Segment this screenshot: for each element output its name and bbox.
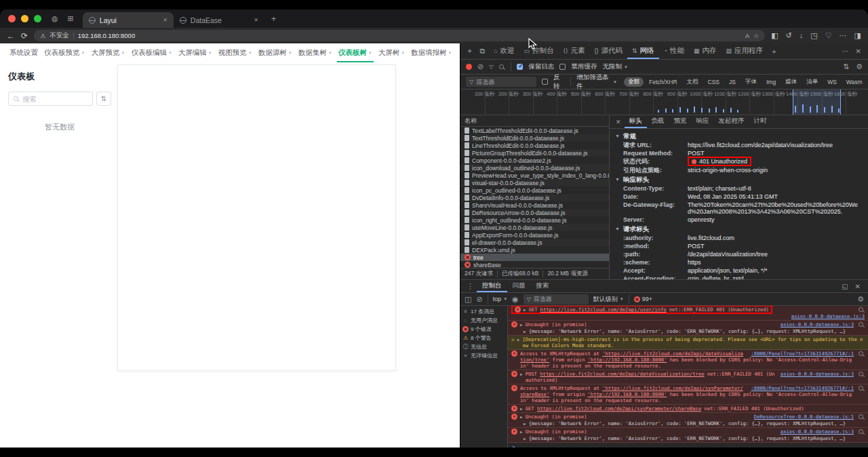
tab-close-icon[interactable]: ✕ xyxy=(254,17,258,23)
sort-toggle-button[interactable]: ⇅ xyxy=(96,92,111,106)
request-row[interactable]: icon_right_outlined-0.0.0-dataease.js xyxy=(460,216,609,224)
import-export-har-icon[interactable]: ⇅ xyxy=(843,62,849,71)
console-source-link[interactable]: :8000/PanelTree?t=1736314926771#/:1 xyxy=(751,385,854,391)
request-row[interactable]: PreviewHead.vue_vue_type_style_index_0_l… xyxy=(460,172,609,179)
expand-triangle-icon[interactable]: ▶ xyxy=(524,435,526,441)
search-in-sources-icon[interactable] xyxy=(858,414,865,420)
clear-network-log-icon[interactable]: ⊘ xyxy=(477,62,484,71)
devtools-tab[interactable]: ◔性能 xyxy=(659,43,689,59)
devtools-tab[interactable]: ▧应用程序 xyxy=(722,43,768,59)
inspect-element-icon[interactable]: ⌖ xyxy=(463,47,476,56)
detail-tab[interactable]: 发起程序 xyxy=(714,115,749,128)
detail-tab[interactable]: 计时 xyxy=(749,115,772,128)
nav-item[interactable]: 大屏编辑▼ xyxy=(178,43,212,62)
timeline-selection[interactable] xyxy=(793,90,841,115)
detail-tab[interactable]: 响应 xyxy=(692,115,714,128)
disable-cache-checkbox[interactable] xyxy=(559,64,566,70)
console-filter-input[interactable] xyxy=(534,296,585,302)
message-url-link[interactable]: 'http://192.168.0.180:8000' xyxy=(588,357,667,363)
filter-chip[interactable]: CSS xyxy=(704,78,724,86)
close-window-button[interactable] xyxy=(8,15,16,22)
back-icon[interactable]: ← xyxy=(7,31,15,41)
request-row[interactable]: TextLabelThresholdEdit-0.0.0-dataease.js xyxy=(460,127,609,134)
console-message[interactable]: ✕▶DeResourceTree-0.0.0-dataease.js:1Unca… xyxy=(508,413,868,428)
issues-badge[interactable]: ✕ 99+ xyxy=(634,296,652,302)
close-detail-icon[interactable]: ✕ xyxy=(612,119,625,125)
filter-chip[interactable]: Img xyxy=(762,78,780,86)
console-source-link[interactable]: axios-0.0.0-dataease.js:3 xyxy=(781,371,854,377)
nav-item[interactable]: 数据填报树▼ xyxy=(411,43,452,62)
expand-triangle-icon[interactable]: ▶ xyxy=(520,414,523,420)
expand-triangle-icon[interactable]: ▶ xyxy=(524,420,526,426)
expand-triangle-icon[interactable]: ▶ xyxy=(524,306,526,313)
nav-item[interactable]: 大屏预览▼ xyxy=(91,43,125,62)
eye-icon[interactable]: ◉ xyxy=(512,295,519,304)
nav-item[interactable]: 仪表板编辑▼ xyxy=(131,43,172,62)
request-row[interactable]: DEXPack.umd.js xyxy=(460,246,609,254)
expand-triangle-icon[interactable]: ▶ xyxy=(520,321,523,327)
refresh-icon[interactable]: ⟳ xyxy=(21,31,28,41)
not-secure-warning-icon[interactable]: ⚠ xyxy=(40,33,45,39)
minimize-window-button[interactable] xyxy=(21,15,28,22)
nav-item[interactable]: 视图预览▼ xyxy=(218,43,252,62)
settings-more-icon[interactable]: ⋯ xyxy=(840,31,847,40)
clear-console-icon[interactable]: ⊘ xyxy=(476,295,482,304)
read-aloud-icon[interactable]: A xyxy=(745,33,749,39)
favorite-star-icon[interactable]: ☆ xyxy=(753,33,759,39)
address-bar[interactable]: ⚠ 不安全 192.168.0.180:8000 A ☆ xyxy=(34,30,765,41)
sidebar-toggle-icon[interactable]: ◨ xyxy=(854,31,861,40)
console-source-link[interactable]: DeResourceTree-0.0.0-dataease.js:1 xyxy=(754,414,854,420)
devtools-tab[interactable]: ▦内存 xyxy=(689,43,722,59)
search-in-sources-icon[interactable] xyxy=(858,321,865,328)
nav-item[interactable]: 系统设置 xyxy=(9,43,38,62)
new-tab-button[interactable]: + xyxy=(271,14,277,24)
search-in-sources-icon[interactable] xyxy=(858,351,865,357)
object-preview[interactable]: ▶{message: 'Network Error', name: 'Axios… xyxy=(511,328,865,334)
request-row[interactable]: ✕tree xyxy=(460,254,609,261)
console-sidebar-item[interactable]: ◌无用户消息 xyxy=(460,316,507,325)
request-row[interactable]: DeResourceArrow-0.0.0-dataease.js xyxy=(460,209,609,216)
console-sidebar-toggle-icon[interactable]: ◫ xyxy=(465,295,471,304)
request-row[interactable]: LineThresholdEdit-0.0.0-dataease.js xyxy=(460,142,609,149)
console-sidebar-item[interactable]: ⚠8 个警告 xyxy=(460,334,507,342)
devtools-tab[interactable]: {}源代码 xyxy=(589,43,627,59)
search-in-sources-icon[interactable] xyxy=(858,306,865,313)
more-options-icon[interactable]: ⋯ xyxy=(842,47,849,55)
object-preview[interactable]: ▶{message: 'Network Error', name: 'Axios… xyxy=(511,420,865,426)
filter-chip[interactable]: 字体 xyxy=(741,77,761,87)
request-row[interactable]: Component-0.0.0-dataease2.js xyxy=(460,157,609,164)
console-message[interactable]: ✕▶GET https://live.fit2cloud.com/de2api/… xyxy=(508,306,868,321)
message-url-link[interactable]: https://live.fit2cloud.com/de2api/dataVi… xyxy=(540,371,704,377)
filter-toggle-icon[interactable]: ▽ xyxy=(489,64,493,70)
console-sidebar-item[interactable]: ⓘ无信息 xyxy=(460,342,507,351)
message-url-link[interactable]: https://live.fit2cloud.com/de2api/user/i… xyxy=(540,306,667,313)
devtools-tab[interactable]: ⟨⟩元素 xyxy=(558,43,589,59)
workspaces-icon[interactable]: ⊞ xyxy=(68,14,74,23)
object-preview[interactable]: ▶{message: 'Network Error', name: 'Axios… xyxy=(511,435,865,441)
filter-chip[interactable]: WS xyxy=(823,78,841,86)
filter-chip[interactable]: JS xyxy=(725,78,740,86)
name-column-header[interactable]: 名称 xyxy=(460,115,609,127)
browser-tab[interactable]: DataEase✕ xyxy=(174,12,264,28)
disable-cache-label[interactable]: 禁用缓存 xyxy=(571,62,597,71)
request-row[interactable]: icon_pc_outlined-0.0.0-dataease.js xyxy=(460,186,609,194)
request-row[interactable]: PictureGroupThresholdEdit-0.0.0-dataease… xyxy=(460,149,609,157)
more-panels-icon[interactable]: + xyxy=(768,47,781,56)
nav-item[interactable]: 数据集树▼ xyxy=(298,43,332,62)
request-row[interactable]: DvDetailInfo-0.0.0-dataease.js xyxy=(460,194,609,201)
drawer-tab[interactable]: 控制台 xyxy=(477,280,507,292)
tab-close-icon[interactable]: ✕ xyxy=(163,17,167,23)
maximize-window-button[interactable] xyxy=(34,15,41,22)
filter-chip[interactable]: 全部 xyxy=(624,77,644,87)
console-source-link[interactable]: :8000/PanelTree?t=1736314926771#/:1 xyxy=(751,351,854,357)
device-toolbar-icon[interactable]: ⧉ xyxy=(476,47,489,56)
throttling-dropdown[interactable]: 无限制 ▼ xyxy=(602,62,627,71)
console-message[interactable]: ✕▶axios-0.0.0-dataease.js:3POST https://… xyxy=(508,370,868,384)
console-filter-box[interactable]: ▽ xyxy=(524,294,589,304)
log-level-dropdown[interactable]: 默认级别 ▼ xyxy=(593,295,624,304)
network-filter-input[interactable] xyxy=(476,79,533,85)
request-row[interactable]: AppExportForm-0.0.0-dataease.js xyxy=(460,231,609,239)
more-filters-dropdown[interactable]: 增加筛选条件 ▼ xyxy=(576,73,617,91)
devtools-tab[interactable]: ⇅网络 xyxy=(627,43,659,59)
search-in-sources-icon[interactable] xyxy=(858,371,865,378)
